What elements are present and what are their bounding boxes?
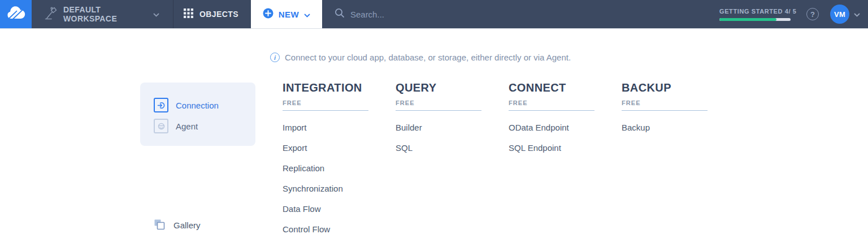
chevron-down-icon bbox=[854, 9, 860, 19]
chevron-down-icon bbox=[153, 10, 159, 19]
categories: INTEGRATION FREE ImportExportReplication… bbox=[283, 81, 735, 234]
category-title: QUERY bbox=[396, 81, 509, 94]
category-item[interactable]: Replication bbox=[283, 158, 396, 178]
connection-icon bbox=[154, 98, 168, 112]
category-items: ImportExportReplicationSynchronizationDa… bbox=[283, 117, 396, 234]
grid-icon bbox=[184, 8, 193, 20]
category-underline bbox=[509, 110, 594, 111]
getting-started-progress-track bbox=[719, 18, 791, 21]
info-icon: i bbox=[270, 53, 280, 62]
category-item[interactable]: Export bbox=[283, 137, 396, 158]
sidebar-item-agent[interactable]: Agent bbox=[154, 119, 198, 133]
category-item[interactable]: Backup bbox=[622, 117, 735, 137]
mode-selector-panel: Connection Agent bbox=[140, 83, 255, 146]
sidebar-item-gallery[interactable]: Gallery bbox=[154, 219, 201, 232]
category-badge: FREE bbox=[283, 99, 396, 106]
getting-started-label: GETTING STARTED 4/ 5 bbox=[719, 8, 791, 15]
gallery-icon bbox=[154, 219, 165, 232]
app-logo[interactable] bbox=[0, 0, 32, 28]
workspace-lamp-icon bbox=[44, 6, 57, 23]
category-item[interactable]: Import bbox=[283, 117, 396, 137]
help-icon[interactable]: ? bbox=[806, 8, 819, 20]
page: DEFAULT WORKSPACE OBJECTS bbox=[0, 0, 868, 234]
category-badge: FREE bbox=[509, 99, 622, 106]
category-item[interactable]: Builder bbox=[396, 117, 509, 137]
topbar-right-cluster: GETTING STARTED 4/ 5 ? VM bbox=[719, 0, 868, 28]
category-item[interactable]: SQL bbox=[396, 137, 509, 158]
search-icon bbox=[335, 8, 345, 20]
category-column: INTEGRATION FREE ImportExportReplication… bbox=[283, 81, 396, 234]
agent-icon bbox=[154, 119, 168, 133]
info-banner: i Connect to your cloud app, database, o… bbox=[270, 53, 571, 62]
new-label: NEW bbox=[279, 10, 299, 19]
category-title: BACKUP bbox=[622, 81, 735, 94]
category-underline bbox=[622, 110, 708, 111]
user-menu[interactable]: VM bbox=[830, 5, 860, 24]
category-item[interactable]: SQL Endpoint bbox=[509, 137, 622, 158]
category-title: CONNECT bbox=[509, 81, 622, 94]
sidebar-item-label: Agent bbox=[176, 122, 198, 131]
plus-circle-icon bbox=[263, 8, 274, 20]
category-item[interactable]: Control Flow bbox=[283, 219, 396, 234]
workspace-label: DEFAULT WORKSPACE bbox=[63, 5, 146, 23]
nav-objects[interactable]: OBJECTS bbox=[173, 0, 251, 28]
category-column: CONNECT FREE OData EndpointSQL Endpoint bbox=[509, 81, 622, 234]
avatar: VM bbox=[830, 5, 849, 24]
category-underline bbox=[283, 110, 368, 111]
gallery-label: Gallery bbox=[173, 220, 201, 230]
tab-new[interactable]: NEW bbox=[251, 0, 322, 28]
category-item[interactable]: OData Endpoint bbox=[509, 117, 622, 137]
category-badge: FREE bbox=[622, 99, 735, 106]
workspace-selector[interactable]: DEFAULT WORKSPACE bbox=[32, 0, 173, 28]
category-badge: FREE bbox=[396, 99, 509, 106]
cloud-logo-icon bbox=[6, 6, 25, 23]
category-column: QUERY FREE BuilderSQL bbox=[396, 81, 509, 234]
top-navigation-bar: DEFAULT WORKSPACE OBJECTS bbox=[0, 0, 868, 28]
category-item[interactable]: Data Flow bbox=[283, 198, 396, 219]
sidebar-item-connection[interactable]: Connection bbox=[154, 98, 219, 112]
category-items: BuilderSQL bbox=[396, 117, 509, 158]
info-glyph: i bbox=[274, 54, 276, 61]
category-items: OData EndpointSQL Endpoint bbox=[509, 117, 622, 158]
category-column: BACKUP FREE Backup bbox=[622, 81, 735, 234]
category-items: Backup bbox=[622, 117, 735, 137]
getting-started-widget[interactable]: GETTING STARTED 4/ 5 bbox=[719, 8, 791, 21]
category-title: INTEGRATION bbox=[283, 81, 396, 94]
search-input[interactable] bbox=[350, 10, 531, 19]
search-area bbox=[322, 0, 719, 28]
info-banner-text: Connect to your cloud app, database, or … bbox=[285, 53, 571, 62]
category-underline bbox=[396, 110, 481, 111]
help-glyph: ? bbox=[810, 10, 815, 19]
objects-label: OBJECTS bbox=[199, 10, 238, 19]
sidebar-item-label: Connection bbox=[176, 101, 219, 110]
category-item[interactable]: Synchronization bbox=[283, 178, 396, 198]
chevron-down-icon bbox=[304, 10, 310, 19]
getting-started-progress-fill bbox=[719, 18, 776, 21]
